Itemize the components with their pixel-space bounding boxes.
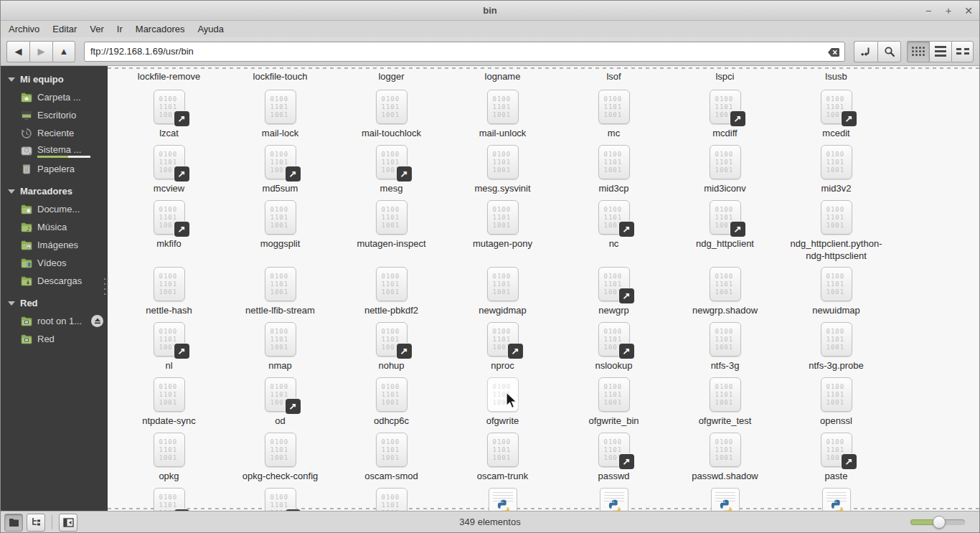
file-item-paste[interactable]: 0100 1101 1001↗paste	[781, 433, 892, 482]
file-item-md5sum[interactable]: 0100 1101 1001↗md5sum	[225, 145, 336, 194]
file-item-ofgwrite[interactable]: 0100 1101 1001ofgwrite	[447, 377, 558, 427]
file-item-logname[interactable]: logname	[447, 67, 558, 82]
sidebar-item-docume[interactable]: Docume...	[1, 200, 108, 218]
menu-ayuda[interactable]: Ayuda	[191, 22, 230, 37]
sidebar-item-carpeta[interactable]: Carpeta ...	[1, 88, 108, 106]
sidebar-item-root-on-1[interactable]: root on 1...	[1, 312, 108, 330]
file-item-opkg[interactable]: 0100 1101 1001opkg	[113, 433, 225, 482]
file-item[interactable]	[781, 488, 892, 511]
file-item-lockfile-remove[interactable]: lockfile-remove	[113, 67, 225, 82]
file-item-mesg-sysvinit[interactable]: 0100 1101 1001mesg.sysvinit	[447, 145, 558, 194]
file-item-lsof[interactable]: lsof	[558, 67, 669, 82]
file-item[interactable]	[558, 488, 669, 511]
file-item-passwd-shadow[interactable]: 0100 1101 1001passwd.shadow	[669, 433, 781, 482]
file-item-newgidmap[interactable]: 0100 1101 1001newgidmap	[447, 267, 558, 316]
sidebar-section-marcadores[interactable]: Marcadores	[1, 182, 108, 200]
file-item-nohup[interactable]: 0100 1101 1001↗nohup	[336, 322, 447, 372]
file-item-ntpdate-sync[interactable]: 0100 1101 1001ntpdate-sync	[113, 377, 225, 427]
clear-location-icon[interactable]	[827, 46, 840, 59]
location-input[interactable]	[90, 46, 823, 57]
sidebar-item-red[interactable]: Red	[1, 330, 108, 348]
sidebar-item-m-sica[interactable]: ♪ Música	[1, 218, 108, 236]
file-item-odhcp6c[interactable]: 0100 1101 1001odhcp6c	[336, 377, 447, 427]
sidebar-item-sistema[interactable]: Sistema ...	[1, 142, 108, 160]
search-button[interactable]	[877, 41, 901, 62]
file-item-od[interactable]: 0100 1101 1001↗od	[225, 377, 336, 427]
menu-ir[interactable]: Ir	[110, 22, 129, 37]
icon-view-button[interactable]	[907, 41, 929, 62]
eject-button[interactable]	[91, 315, 103, 327]
menu-editar[interactable]: Editar	[46, 22, 83, 37]
file-item-mcedit[interactable]: 0100 1101 1001↗mcedit	[781, 90, 892, 139]
file-item-nslookup[interactable]: 0100 1101 1001↗nslookup	[558, 322, 669, 372]
file-item-mc[interactable]: 0100 1101 1001mc	[558, 90, 669, 139]
sidebar-section-red[interactable]: Red	[1, 294, 108, 312]
file-item-ofgwrite-bin[interactable]: 0100 1101 1001ofgwrite_bin	[558, 377, 669, 427]
collapse-triangle-icon[interactable]	[8, 301, 15, 306]
menu-marcadores[interactable]: Marcadores	[129, 22, 192, 37]
file-item-ntfs-3g[interactable]: 0100 1101 1001ntfs-3g	[669, 322, 781, 372]
file-item-openssl[interactable]: 0100 1101 1001openssl	[781, 377, 892, 427]
sidebar-item-reciente[interactable]: Reciente	[1, 124, 108, 142]
sidebar-item-im-genes[interactable]: Imágenes	[1, 236, 108, 254]
up-button[interactable]: ▲	[52, 41, 75, 62]
collapse-triangle-icon[interactable]	[8, 189, 15, 194]
menu-archivo[interactable]: Archivo	[2, 22, 46, 37]
sidebar-item-papelera[interactable]: Papelera	[1, 160, 108, 178]
file-item-newgrp-shadow[interactable]: 0100 1101 1001newgrp.shadow	[669, 267, 781, 316]
file-item-nl[interactable]: 0100 1101 1001↗nl	[113, 322, 225, 372]
file-item-mid3cp[interactable]: 0100 1101 1001mid3cp	[558, 145, 669, 194]
maximize-button[interactable]: +	[942, 4, 955, 17]
file-item-ntfs-3g-probe[interactable]: 0100 1101 1001ntfs-3g.probe	[781, 322, 892, 372]
sidebar-item-v-deos[interactable]: Vídeos	[1, 254, 108, 272]
toggle-location-entry-button[interactable]	[854, 41, 877, 62]
sidebar-section-mi-equipo[interactable]: Mi equipo	[1, 70, 108, 88]
tree-sidebar-button[interactable]	[27, 514, 45, 532]
file-item-passwd[interactable]: 0100 1101 1001↗passwd	[558, 433, 669, 482]
file-item-lspci[interactable]: lspci	[669, 67, 781, 82]
places-sidebar-button[interactable]	[4, 514, 23, 532]
menu-ver[interactable]: Ver	[83, 22, 110, 37]
file-item-oscam-trunk[interactable]: 0100 1101 1001oscam-trunk	[447, 433, 558, 482]
file-item-nmap[interactable]: 0100 1101 1001nmap	[225, 322, 336, 372]
file-item-nproc[interactable]: 0100 1101 1001↗nproc	[447, 322, 558, 372]
file-item-mid3iconv[interactable]: 0100 1101 1001mid3iconv	[669, 145, 781, 194]
file-item[interactable]: 0100 1101 1001	[336, 488, 447, 511]
minimize-button[interactable]: −	[922, 4, 935, 17]
close-button[interactable]: ✕	[962, 4, 975, 17]
forward-button[interactable]: ▶	[29, 41, 52, 62]
file-item-lsusb[interactable]: lsusb	[781, 67, 892, 82]
file-item-mcdiff[interactable]: 0100 1101 1001↗mcdiff	[669, 90, 781, 139]
back-button[interactable]: ◀	[6, 41, 29, 62]
file-item-mail-unlock[interactable]: 0100 1101 1001mail-unlock	[447, 90, 558, 139]
file-item-nettle-lfib-stream[interactable]: 0100 1101 1001nettle-lfib-stream	[225, 267, 336, 316]
file-item-mail-lock[interactable]: 0100 1101 1001mail-lock	[225, 90, 336, 139]
file-item-moggsplit[interactable]: 0100 1101 1001moggsplit	[225, 200, 336, 262]
file-item[interactable]: 0100 1101 1001↗	[113, 488, 225, 511]
list-view-button[interactable]	[929, 41, 951, 62]
file-item[interactable]: 0100 1101 1001↗	[225, 488, 336, 511]
pane-resize-grip[interactable]	[104, 278, 108, 295]
file-item-logger[interactable]: logger	[336, 67, 447, 82]
hide-sidebar-button[interactable]	[59, 514, 77, 532]
file-item-oscam-smod[interactable]: 0100 1101 1001oscam-smod	[336, 433, 447, 482]
file-item-mutagen-pony[interactable]: 0100 1101 1001mutagen-pony	[447, 200, 558, 262]
file-item-newgrp[interactable]: 0100 1101 1001↗newgrp	[558, 267, 669, 316]
file-item-mcview[interactable]: 0100 1101 1001↗mcview	[113, 145, 225, 194]
file-item-nettle-hash[interactable]: 0100 1101 1001nettle-hash	[113, 267, 225, 316]
file-item-mkfifo[interactable]: 0100 1101 1001↗mkfifo	[113, 200, 225, 262]
file-item-newuidmap[interactable]: 0100 1101 1001newuidmap	[781, 267, 892, 316]
file-item-nettle-pbkdf2[interactable]: 0100 1101 1001nettle-pbkdf2	[336, 267, 447, 316]
collapse-triangle-icon[interactable]	[8, 77, 15, 82]
sidebar-item-escritorio[interactable]: Escritorio	[1, 106, 108, 124]
file-item-nc[interactable]: 0100 1101 1001↗nc	[558, 200, 669, 262]
file-item-mesg[interactable]: 0100 1101 1001↗mesg	[336, 145, 447, 194]
file-item[interactable]	[669, 488, 781, 511]
file-item-mutagen-inspect[interactable]: 0100 1101 1001mutagen-inspect	[336, 200, 447, 262]
file-item[interactable]	[447, 488, 558, 511]
file-item-opkg-check-config[interactable]: 0100 1101 1001opkg-check-config	[225, 433, 336, 482]
file-item-ndg-httpclient[interactable]: 0100 1101 1001↗ndg_httpclient	[669, 200, 781, 262]
zoom-slider[interactable]	[910, 519, 965, 525]
file-item-ofgwrite-test[interactable]: 0100 1101 1001ofgwrite_test	[669, 377, 781, 427]
file-item-lockfile-touch[interactable]: lockfile-touch	[225, 67, 336, 82]
